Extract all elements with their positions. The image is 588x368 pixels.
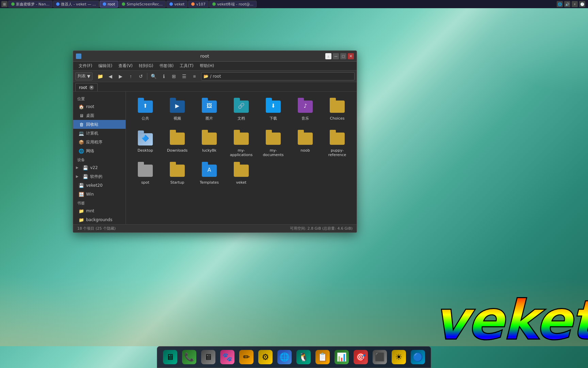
toolbar-new-folder[interactable]: 📁 (95, 72, 105, 81)
toolbar-up[interactable]: ↑ (126, 72, 135, 81)
menu-tools[interactable]: 工具(T) (177, 62, 196, 70)
tab-label: root (79, 85, 87, 90)
sidebar-item-backgrounds[interactable]: 📁 backgrounds (73, 215, 126, 224)
dock-item-9[interactable]: 📊 (333, 348, 350, 366)
tray-bat[interactable]: ⚡ (572, 1, 578, 7)
task-dot (56, 2, 60, 6)
sidebar-item-win[interactable]: 🪟 Win (73, 190, 126, 199)
dock-item-12[interactable]: ☀️ (390, 348, 408, 366)
dock-item-2[interactable]: 🖥 (199, 348, 217, 366)
file-item-startup[interactable]: Startup (162, 160, 193, 190)
file-item-music[interactable]: ♪ 音乐 (290, 96, 321, 126)
task-label: veket (174, 2, 184, 6)
file-item-choices[interactable]: Choices (322, 96, 353, 126)
task-veket[interactable]: veket (166, 1, 187, 7)
file-item-downloads-cn[interactable]: ⬇ 下载 (258, 96, 289, 126)
sidebar-item-apps[interactable]: 📦 应用程序 (73, 138, 126, 147)
file-item-templates[interactable]: A Templates (194, 160, 225, 190)
toolbar-list-view[interactable]: ☰ (179, 72, 189, 81)
desktop-icon: 🖥 (79, 113, 84, 118)
sidebar-item-v22[interactable]: ▶ 💾 v22 (73, 163, 126, 172)
file-label: Desktop (137, 148, 153, 153)
file-item-puppyref[interactable]: puppy-reference (322, 128, 353, 158)
tab-close-btn[interactable]: ✕ (89, 85, 94, 90)
computer-icon: 💻 (79, 131, 84, 136)
toolbar-back[interactable]: ◀ (105, 72, 115, 81)
file-label: my-documents (259, 148, 287, 157)
file-item-mydocs[interactable]: my-documents (258, 128, 289, 158)
minimize-button[interactable]: ▲ (325, 53, 331, 59)
task-dot (191, 2, 195, 6)
sidebar-item-software[interactable]: ▶ 💾 软件的 (73, 172, 126, 181)
menu-file[interactable]: 文件(F) (76, 62, 95, 70)
dock-item-0[interactable]: 🖥 (161, 348, 179, 366)
dock-item-7[interactable]: 🐧 (295, 348, 312, 366)
file-item-lucky8k[interactable]: lucky8k (194, 128, 225, 158)
view-dropdown[interactable]: 列表 ▼ (75, 72, 93, 80)
close-btn[interactable]: ✕ (348, 53, 354, 59)
dock-item-8[interactable]: 📋 (314, 348, 331, 366)
toolbar-compact-view[interactable]: ≡ (190, 72, 199, 81)
dock-icon-puppy: 🐾 (220, 350, 234, 364)
menu-edit[interactable]: 编辑(E) (96, 62, 115, 70)
dock-item-13[interactable]: 🔵 (409, 348, 427, 366)
sidebar-item-label: 桌面 (86, 113, 94, 119)
file-item-myapps[interactable]: my-applications (226, 128, 257, 158)
file-item-doc[interactable]: 🔗 文档 (226, 96, 257, 126)
tray-time[interactable]: 🕐 (579, 1, 585, 7)
expand-icon: ▶ (76, 174, 80, 179)
toolbar-search[interactable]: 🔍 (149, 72, 158, 81)
dock-item-4[interactable]: ✏️ (238, 348, 255, 366)
file-item-gongong[interactable]: ⬆ 公共 (130, 96, 161, 126)
file-label: 音乐 (301, 116, 309, 121)
dock-item-10[interactable]: 🎯 (352, 348, 370, 366)
toolbar-grid-view[interactable]: ⊞ (169, 72, 179, 81)
sidebar-item-root[interactable]: 🏠 root (73, 102, 126, 111)
system-tray: 🌐 🔊 ⚡ 🕐 (557, 1, 588, 7)
task-butterfly[interactable]: 新鑫蜜蝶梦 - Nan... (8, 1, 52, 7)
tray-net[interactable]: 🌐 (557, 1, 563, 7)
folder-icon-puppyref (329, 131, 345, 147)
sidebar-item-veket20[interactable]: 💾 veket20 (73, 181, 126, 190)
file-item-downloads-en[interactable]: Downloads (162, 128, 193, 158)
dock-item-3[interactable]: 🐾 (218, 348, 236, 366)
sidebar-item-mnt[interactable]: 📁 mnt (73, 206, 126, 215)
maximize-btn[interactable]: □ (340, 53, 346, 59)
minimize-btn[interactable]: ─ (333, 53, 339, 59)
menu-view[interactable]: 查看(V) (116, 62, 135, 70)
sidebar-item-trash[interactable]: 🗑 回收站 (73, 120, 126, 129)
menu-bookmarks[interactable]: 书签(B) (157, 62, 176, 70)
window-controls: ▲ ─ □ ✕ (325, 53, 354, 59)
task-root[interactable]: root (100, 1, 118, 7)
sidebar-item-desktop[interactable]: 🖥 桌面 (73, 111, 126, 120)
dock-item-6[interactable]: 🌐 (276, 348, 293, 366)
file-item-veket[interactable]: veket (226, 160, 257, 190)
task-robot[interactable]: 微器人 - veket — ... (53, 1, 99, 7)
file-item-noob[interactable]: noob (290, 128, 321, 158)
drive-icon: 💾 (83, 174, 88, 179)
file-item-video[interactable]: ▶ 视频 (162, 96, 193, 126)
start-menu[interactable]: ⊞ (1, 1, 7, 7)
toolbar-forward[interactable]: ▶ (116, 72, 125, 81)
task-terminal[interactable]: veket终端 - root@... (209, 1, 257, 7)
folder-icon: 📁 (79, 217, 84, 223)
toolbar-info[interactable]: ℹ (159, 72, 168, 81)
window-title: root (84, 53, 325, 59)
file-item-spot[interactable]: spot (130, 160, 161, 190)
task-v107[interactable]: v107 (188, 1, 209, 7)
dock-item-5[interactable]: ⚙️ (257, 348, 274, 366)
menu-help[interactable]: 帮助(H) (197, 62, 217, 70)
sidebar-item-computer[interactable]: 💻 计算机 (73, 129, 126, 138)
toolbar-refresh[interactable]: ↺ (136, 72, 146, 81)
file-label: Templates (200, 180, 219, 185)
menu-go[interactable]: 转到(G) (136, 62, 156, 70)
tab-root[interactable]: root ✕ (75, 83, 98, 91)
dock-item-11[interactable]: ⬛ (371, 348, 389, 366)
file-item-image[interactable]: 🖼 图片 (194, 96, 225, 126)
sidebar-item-network[interactable]: 🌐 网络 (73, 147, 126, 155)
task-screenrec[interactable]: SimpleScreenRec... (119, 1, 166, 7)
location-bar[interactable]: 📂 / root (201, 72, 355, 80)
tray-vol[interactable]: 🔊 (564, 1, 570, 7)
dock-item-1[interactable]: 📞 (180, 348, 198, 366)
file-item-desktop-folder[interactable]: 🔷 Desktop (130, 128, 161, 158)
